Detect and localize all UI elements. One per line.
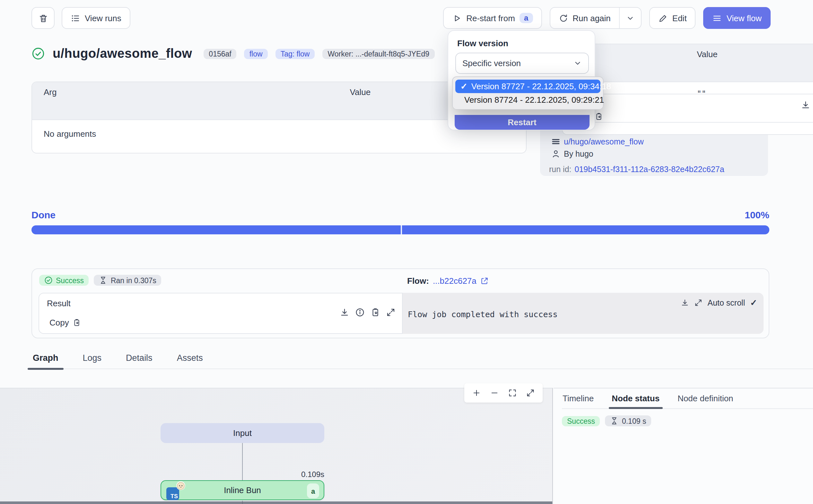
success-check-icon [31,47,45,60]
tab-node-definition[interactable]: Node definition [677,392,734,408]
trash-icon [38,13,48,23]
auto-scroll-check-icon: ✓ [750,298,757,308]
checkmark-icon: ✓ [460,82,468,91]
value-column-header: Value [685,44,813,55]
restart-from-step-badge: a [520,13,533,23]
result-title: Result [47,299,71,308]
graph-node-inline-bun[interactable]: TS Inline Bun a [161,480,324,500]
page-title: u/hugo/awesome_flow [53,46,192,61]
hourglass-icon [610,417,619,425]
zoom-out-icon[interactable] [490,388,499,397]
expand-icon[interactable] [694,299,702,307]
run-id-link[interactable]: 019b4531-f311-112a-6283-82e4b22c627a [575,165,724,174]
view-runs-button[interactable]: View runs [62,7,130,29]
external-link-icon [480,277,489,285]
flow-path-icon [551,137,561,146]
progress-status: Done [31,209,56,220]
refresh-icon [558,13,568,23]
status-badge: Success [39,275,89,286]
download-icon[interactable] [340,308,349,317]
flow-graph-pane: Input 0.109s TS Inline Bun a [0,388,553,504]
flow-path-link[interactable]: u/hugo/awesome_flow [564,137,644,146]
run-hash-badge: 0156af [204,48,236,59]
bun-icon [176,481,186,491]
tab-details[interactable]: Details [125,352,154,369]
flow-log-text: Flow job completed with success [408,309,558,319]
flow-progress: Done 100% [31,209,769,234]
copy-result-button[interactable]: Copy [49,318,81,327]
run-again-split-button: Run again [549,7,642,29]
run-result-panel: Success Ran in 0.307s Flow: ...b22c627a … [31,268,769,338]
flow-label: Flow: [407,276,429,286]
title-row: u/hugo/awesome_flow 0156af flow Tag: flo… [31,46,434,61]
progress-step-divider [400,225,402,234]
node-duration-badge: 0.109 s [605,415,651,426]
author-label: By hugo [564,149,593,158]
graph-edge [242,443,243,480]
run-again-label: Run again [573,13,611,23]
progress-percent: 100% [745,209,769,220]
arg-column-header: Arg [32,82,338,119]
version-dropdown-menu: ✓ Version 87727 - 22.12.2025, 09:34:18 V… [452,76,604,110]
view-runs-label: View runs [85,13,121,23]
delete-run-button[interactable] [31,7,55,29]
edit-button[interactable]: Edit [649,7,696,29]
success-check-icon [44,276,53,284]
menu-lines-icon [712,13,722,23]
download-icon[interactable] [680,299,689,307]
restart-button[interactable]: Restart [455,115,590,130]
fullscreen-icon[interactable] [526,388,535,397]
view-flow-label: View flow [727,13,762,23]
view-flow-button[interactable]: View flow [704,7,771,29]
tab-timeline[interactable]: Timeline [562,392,594,408]
run-again-caret-button[interactable] [619,8,641,28]
node-detail-panel: Timeline Node status Node definition Suc… [554,388,813,504]
node-panel-tabs: Timeline Node status Node definition [562,392,813,409]
graph-edge [242,501,243,504]
main-tabs: Graph Logs Details Assets [31,352,813,369]
author-row: By hugo [551,149,593,159]
graph-node-input[interactable]: Input [161,423,324,443]
result-box: Result Copy [39,293,403,334]
pencil-icon [658,13,668,23]
clipboard-icon[interactable] [371,308,380,317]
list-icon [71,13,80,23]
auto-scroll-label[interactable]: Auto scroll [707,298,745,307]
tab-node-status[interactable]: Node status [611,392,660,408]
restart-from-label: Re-start from [466,13,515,23]
run-id-row: run id: 019b4531-f311-112a-6283-82e4b22c… [549,165,724,174]
flow-path-row: u/hugo/awesome_flow [551,137,644,146]
flow-id-link[interactable]: ...b22c627a [433,276,476,286]
input-node-label: Input [233,428,252,438]
chevron-down-icon [626,14,634,22]
tab-graph[interactable]: Graph [31,352,60,369]
clipboard-icon [595,112,603,121]
language-icon-wrap: TS [166,483,186,500]
restart-from-button[interactable]: Re-start from a [443,7,542,29]
flow-link-row: Flow: ...b22c627a [407,276,489,286]
flow-version-label: Flow version [457,39,508,48]
version-option-selected[interactable]: ✓ Version 87727 - 22.12.2025, 09:34:18 [455,80,600,93]
person-icon [551,149,561,159]
version-select-value: Specific version [462,58,521,68]
info-icon[interactable] [355,308,365,317]
run-again-button[interactable]: Run again [550,8,619,28]
zoom-in-icon[interactable] [472,388,481,397]
fit-view-icon[interactable] [508,388,517,397]
version-option[interactable]: Version 87724 - 22.12.2025, 09:29:21 [455,93,600,107]
expand-icon[interactable] [386,308,396,317]
step-id-badge: a [307,483,319,498]
flow-run-page: View runs Re-start from a Run again Ed [0,0,813,504]
progress-bar [31,225,769,234]
step-node-label: Inline Bun [224,485,261,495]
flow-log-box: Auto scroll ✓ Flow job completed with su… [403,293,764,334]
version-select[interactable]: Specific version [455,53,589,74]
download-icon[interactable] [801,100,810,110]
tab-assets[interactable]: Assets [176,352,204,369]
duration-badge: Ran in 0.307s [94,275,162,286]
worker-badge: Worker: ...-default-ft8q5-JYEd9 [322,48,434,59]
chevron-down-icon [573,59,582,67]
clipboard-icon [73,318,81,327]
tab-logs[interactable]: Logs [82,352,103,369]
node-duration-label: 0.109s [260,470,324,479]
